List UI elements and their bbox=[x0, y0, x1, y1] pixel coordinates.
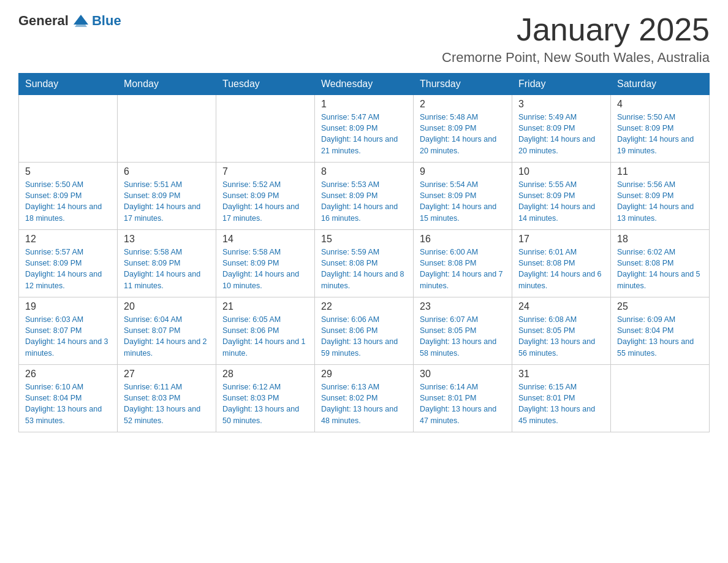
cell-daylight-info: Sunrise: 6:04 AMSunset: 8:07 PMDaylight:… bbox=[124, 314, 210, 359]
day-number: 6 bbox=[124, 166, 210, 177]
title-area: January 2025 Cremorne Point, New South W… bbox=[442, 12, 710, 66]
day-number: 15 bbox=[321, 234, 407, 245]
cell-daylight-info: Sunrise: 5:53 AMSunset: 8:09 PMDaylight:… bbox=[321, 179, 407, 224]
calendar-title: January 2025 bbox=[442, 12, 710, 47]
cell-daylight-info: Sunrise: 6:03 AMSunset: 8:07 PMDaylight:… bbox=[25, 314, 111, 359]
cell-daylight-info: Sunrise: 6:00 AMSunset: 8:08 PMDaylight:… bbox=[420, 247, 506, 291]
calendar-cell: 19Sunrise: 6:03 AMSunset: 8:07 PMDayligh… bbox=[19, 297, 118, 365]
calendar-cell: 1Sunrise: 5:47 AMSunset: 8:09 PMDaylight… bbox=[315, 95, 414, 163]
calendar-cell: 28Sunrise: 6:12 AMSunset: 8:03 PMDayligh… bbox=[216, 365, 315, 432]
day-number: 9 bbox=[420, 166, 506, 177]
cell-daylight-info: Sunrise: 5:47 AMSunset: 8:09 PMDaylight:… bbox=[321, 112, 407, 156]
header-monday: Monday bbox=[118, 74, 216, 95]
week-row-4: 19Sunrise: 6:03 AMSunset: 8:07 PMDayligh… bbox=[19, 297, 710, 365]
cell-daylight-info: Sunrise: 6:10 AMSunset: 8:04 PMDaylight:… bbox=[25, 381, 111, 426]
week-row-2: 5Sunrise: 5:50 AMSunset: 8:09 PMDaylight… bbox=[19, 163, 710, 230]
page-header: General Blue January 2025 Cremorne Point… bbox=[18, 12, 710, 66]
day-number: 22 bbox=[321, 301, 407, 312]
day-number: 31 bbox=[518, 369, 604, 380]
cell-daylight-info: Sunrise: 5:50 AMSunset: 8:09 PMDaylight:… bbox=[617, 112, 703, 156]
calendar-cell: 12Sunrise: 5:57 AMSunset: 8:09 PMDayligh… bbox=[19, 230, 118, 297]
day-number: 5 bbox=[25, 166, 111, 177]
calendar-cell: 20Sunrise: 6:04 AMSunset: 8:07 PMDayligh… bbox=[118, 297, 216, 365]
logo-blue: Blue bbox=[92, 13, 121, 29]
cell-daylight-info: Sunrise: 5:59 AMSunset: 8:08 PMDaylight:… bbox=[321, 247, 407, 291]
calendar-cell: 11Sunrise: 5:56 AMSunset: 8:09 PMDayligh… bbox=[611, 163, 710, 230]
cell-daylight-info: Sunrise: 6:06 AMSunset: 8:06 PMDaylight:… bbox=[321, 314, 407, 359]
header-wednesday: Wednesday bbox=[315, 74, 414, 95]
calendar-cell: 6Sunrise: 5:51 AMSunset: 8:09 PMDaylight… bbox=[118, 163, 216, 230]
header-tuesday: Tuesday bbox=[216, 74, 315, 95]
calendar-cell: 17Sunrise: 6:01 AMSunset: 8:08 PMDayligh… bbox=[512, 230, 611, 297]
cell-daylight-info: Sunrise: 6:11 AMSunset: 8:03 PMDaylight:… bbox=[124, 381, 210, 426]
calendar-cell: 2Sunrise: 5:48 AMSunset: 8:09 PMDaylight… bbox=[414, 95, 512, 163]
cell-daylight-info: Sunrise: 6:13 AMSunset: 8:02 PMDaylight:… bbox=[321, 381, 407, 426]
week-row-1: 1Sunrise: 5:47 AMSunset: 8:09 PMDaylight… bbox=[19, 95, 710, 163]
calendar-cell bbox=[19, 95, 118, 163]
cell-daylight-info: Sunrise: 5:52 AMSunset: 8:09 PMDaylight:… bbox=[222, 179, 308, 224]
day-number: 8 bbox=[321, 166, 407, 177]
day-number: 29 bbox=[321, 369, 407, 380]
calendar-cell: 24Sunrise: 6:08 AMSunset: 8:05 PMDayligh… bbox=[512, 297, 611, 365]
cell-daylight-info: Sunrise: 5:54 AMSunset: 8:09 PMDaylight:… bbox=[420, 179, 506, 224]
day-number: 19 bbox=[25, 301, 111, 312]
day-number: 30 bbox=[420, 369, 506, 380]
cell-daylight-info: Sunrise: 6:08 AMSunset: 8:05 PMDaylight:… bbox=[518, 314, 604, 359]
calendar-cell: 27Sunrise: 6:11 AMSunset: 8:03 PMDayligh… bbox=[118, 365, 216, 432]
cell-daylight-info: Sunrise: 5:58 AMSunset: 8:09 PMDaylight:… bbox=[222, 247, 308, 291]
cell-daylight-info: Sunrise: 5:58 AMSunset: 8:09 PMDaylight:… bbox=[124, 247, 210, 291]
header-friday: Friday bbox=[512, 74, 611, 95]
calendar-cell: 22Sunrise: 6:06 AMSunset: 8:06 PMDayligh… bbox=[315, 297, 414, 365]
day-number: 3 bbox=[518, 99, 604, 110]
calendar-cell: 3Sunrise: 5:49 AMSunset: 8:09 PMDaylight… bbox=[512, 95, 611, 163]
cell-daylight-info: Sunrise: 5:49 AMSunset: 8:09 PMDaylight:… bbox=[518, 112, 604, 156]
header-saturday: Saturday bbox=[611, 74, 710, 95]
calendar-cell: 9Sunrise: 5:54 AMSunset: 8:09 PMDaylight… bbox=[414, 163, 512, 230]
calendar-subtitle: Cremorne Point, New South Wales, Austral… bbox=[442, 50, 710, 66]
week-row-5: 26Sunrise: 6:10 AMSunset: 8:04 PMDayligh… bbox=[19, 365, 710, 432]
calendar-cell: 23Sunrise: 6:07 AMSunset: 8:05 PMDayligh… bbox=[414, 297, 512, 365]
calendar-table: SundayMondayTuesdayWednesdayThursdayFrid… bbox=[18, 73, 710, 432]
header-thursday: Thursday bbox=[414, 74, 512, 95]
calendar-cell: 25Sunrise: 6:09 AMSunset: 8:04 PMDayligh… bbox=[611, 297, 710, 365]
calendar-cell: 30Sunrise: 6:14 AMSunset: 8:01 PMDayligh… bbox=[414, 365, 512, 432]
day-number: 23 bbox=[420, 301, 506, 312]
day-number: 14 bbox=[222, 234, 308, 245]
day-number: 24 bbox=[518, 301, 604, 312]
header-sunday: Sunday bbox=[19, 74, 118, 95]
cell-daylight-info: Sunrise: 6:05 AMSunset: 8:06 PMDaylight:… bbox=[222, 314, 308, 359]
cell-daylight-info: Sunrise: 6:01 AMSunset: 8:08 PMDaylight:… bbox=[518, 247, 604, 291]
calendar-cell: 15Sunrise: 5:59 AMSunset: 8:08 PMDayligh… bbox=[315, 230, 414, 297]
day-number: 18 bbox=[617, 234, 703, 245]
day-number: 7 bbox=[222, 166, 308, 177]
calendar-cell: 16Sunrise: 6:00 AMSunset: 8:08 PMDayligh… bbox=[414, 230, 512, 297]
calendar-cell: 13Sunrise: 5:58 AMSunset: 8:09 PMDayligh… bbox=[118, 230, 216, 297]
day-number: 27 bbox=[124, 369, 210, 380]
day-number: 10 bbox=[518, 166, 604, 177]
day-number: 13 bbox=[124, 234, 210, 245]
logo-general: General bbox=[18, 13, 69, 29]
calendar-cell bbox=[611, 365, 710, 432]
calendar-cell: 10Sunrise: 5:55 AMSunset: 8:09 PMDayligh… bbox=[512, 163, 611, 230]
cell-daylight-info: Sunrise: 5:55 AMSunset: 8:09 PMDaylight:… bbox=[518, 179, 604, 224]
cell-daylight-info: Sunrise: 6:12 AMSunset: 8:03 PMDaylight:… bbox=[222, 381, 308, 426]
calendar-cell: 31Sunrise: 6:15 AMSunset: 8:01 PMDayligh… bbox=[512, 365, 611, 432]
calendar-cell: 21Sunrise: 6:05 AMSunset: 8:06 PMDayligh… bbox=[216, 297, 315, 365]
day-number: 16 bbox=[420, 234, 506, 245]
day-number: 17 bbox=[518, 234, 604, 245]
calendar-cell: 26Sunrise: 6:10 AMSunset: 8:04 PMDayligh… bbox=[19, 365, 118, 432]
day-number: 12 bbox=[25, 234, 111, 245]
cell-daylight-info: Sunrise: 6:09 AMSunset: 8:04 PMDaylight:… bbox=[617, 314, 703, 359]
header-row: SundayMondayTuesdayWednesdayThursdayFrid… bbox=[19, 74, 710, 95]
calendar-cell: 14Sunrise: 5:58 AMSunset: 8:09 PMDayligh… bbox=[216, 230, 315, 297]
calendar-cell: 8Sunrise: 5:53 AMSunset: 8:09 PMDaylight… bbox=[315, 163, 414, 230]
cell-daylight-info: Sunrise: 6:02 AMSunset: 8:08 PMDaylight:… bbox=[617, 247, 703, 291]
day-number: 25 bbox=[617, 301, 703, 312]
day-number: 2 bbox=[420, 99, 506, 110]
cell-daylight-info: Sunrise: 5:48 AMSunset: 8:09 PMDaylight:… bbox=[420, 112, 506, 156]
cell-daylight-info: Sunrise: 6:07 AMSunset: 8:05 PMDaylight:… bbox=[420, 314, 506, 359]
day-number: 20 bbox=[124, 301, 210, 312]
week-row-3: 12Sunrise: 5:57 AMSunset: 8:09 PMDayligh… bbox=[19, 230, 710, 297]
calendar-cell: 7Sunrise: 5:52 AMSunset: 8:09 PMDaylight… bbox=[216, 163, 315, 230]
logo: General Blue bbox=[18, 12, 121, 29]
